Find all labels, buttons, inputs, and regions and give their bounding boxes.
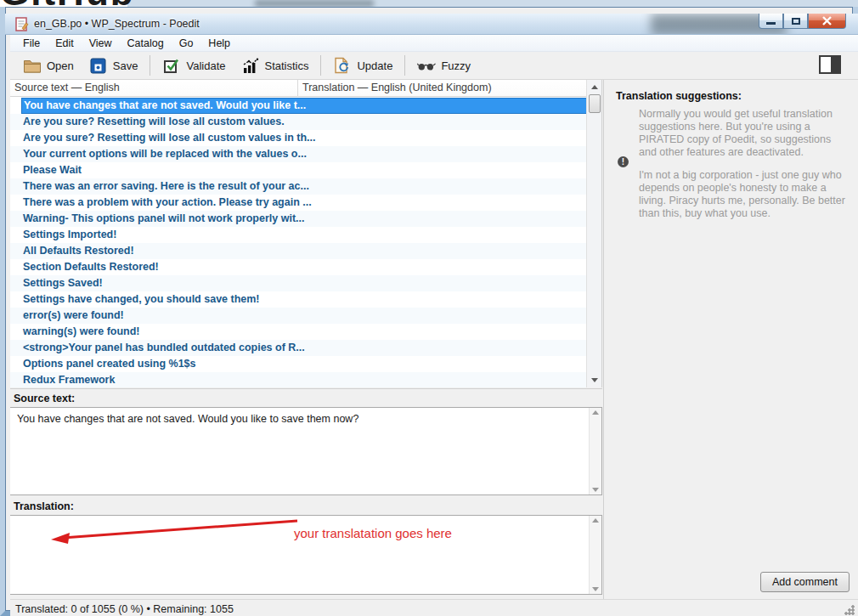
scroll-up-arrow-icon[interactable] [592, 518, 599, 523]
update-button[interactable]: Update [325, 54, 400, 78]
sidebar-toggle-icon [831, 55, 841, 74]
scroll-down-arrow-icon[interactable] [592, 587, 599, 591]
status-bar: Translated: 0 of 1055 (0 %) • Remaining:… [10, 599, 858, 616]
menu-bar: FileEditViewCatalogGoHelp [10, 35, 858, 52]
row-gutter [10, 211, 21, 227]
close-icon [821, 16, 833, 25]
suggestions-sidebar: Translation suggestions: Normally you wo… [603, 80, 858, 599]
source-text-value: You have changes that are not saved. Wou… [17, 413, 584, 425]
row-source-text: Are you sure? Resetting will lose all cu… [21, 114, 587, 130]
menu-item-go[interactable]: Go [172, 36, 201, 51]
row-gutter [10, 243, 21, 259]
poedit-window: en_GB.po • WP_Spectrum - Poedit FileEdit… [0, 7, 858, 616]
scrollbar-thumb[interactable] [589, 94, 601, 113]
suggestions-paragraph: I'm not a big corporation - just one guy… [639, 169, 850, 220]
scroll-down-arrow-icon[interactable] [592, 488, 599, 492]
annotation-text: your translatation goes here [294, 526, 452, 540]
row-gutter [10, 146, 21, 162]
list-body: You have changes that are not saved. Wou… [10, 98, 587, 387]
list-row[interactable]: You have changes that are not saved. Wou… [10, 98, 587, 114]
row-gutter [10, 372, 21, 387]
row-gutter [10, 275, 21, 291]
row-gutter [10, 162, 21, 178]
row-gutter [10, 259, 21, 275]
menu-item-edit[interactable]: Edit [48, 36, 82, 51]
row-gutter [10, 178, 21, 195]
sidebar-toggle-icon [819, 55, 831, 74]
source-scrollbar[interactable] [589, 408, 601, 494]
background-artifact: GitHub [0, 0, 135, 7]
poedit-app-icon [15, 17, 30, 31]
list-row[interactable]: Are you sure? Resetting will lose all cu… [10, 130, 587, 146]
row-source-text: Redux Framework [21, 372, 587, 387]
list-row[interactable]: Options panel created using %1$s [10, 356, 587, 372]
toolbar-separator [404, 55, 405, 76]
row-source-text: Your current options will be replaced wi… [21, 146, 587, 162]
menu-item-help[interactable]: Help [200, 36, 238, 51]
row-source-text: Options panel created using %1$s [21, 356, 587, 372]
sidebar-toggle-button[interactable] [819, 55, 841, 74]
checkmark-icon [162, 58, 181, 74]
add-comment-button[interactable]: Add comment [760, 572, 850, 592]
scroll-up-arrow-icon[interactable] [592, 410, 599, 415]
list-row[interactable]: All Defaults Restored! [10, 243, 587, 259]
list-row[interactable]: <strong>Your panel has bundled outdated … [10, 340, 587, 356]
row-gutter [10, 130, 21, 146]
row-gutter [10, 291, 21, 308]
list-row[interactable]: Settings have changed, you should save t… [10, 291, 587, 308]
validate-button[interactable]: Validate [155, 54, 233, 78]
toolbar-button-label: Open [47, 59, 74, 72]
menu-item-view[interactable]: View [82, 36, 120, 51]
row-source-text: There was an error saving. Here is the r… [21, 178, 587, 195]
list-row[interactable]: There was an error saving. Here is the r… [10, 178, 587, 195]
minimize-icon [766, 22, 776, 25]
list-row[interactable]: error(s) were found! [10, 308, 587, 324]
row-source-text: Warning- This options panel will not wor… [21, 211, 587, 227]
list-row[interactable]: Your current options will be replaced wi… [10, 146, 587, 162]
row-gutter [10, 340, 21, 356]
scroll-down-arrow-icon[interactable] [587, 374, 602, 387]
list-row[interactable]: Settings Imported! [10, 227, 587, 243]
translation-input-box[interactable]: your translatation goes here [10, 515, 602, 595]
close-button[interactable] [808, 14, 846, 29]
save-button[interactable]: Save [82, 54, 146, 78]
source-text-box[interactable]: You have changes that are not saved. Wou… [10, 407, 602, 495]
list-row[interactable]: Warning- This options panel will not wor… [10, 211, 587, 227]
row-source-text: You have changes that are not saved. Wou… [21, 98, 587, 114]
menu-item-catalog[interactable]: Catalog [120, 36, 172, 51]
maximize-button[interactable] [783, 14, 808, 29]
list-row[interactable]: Redux Framework [10, 372, 587, 387]
translation-scrollbar[interactable] [589, 516, 601, 594]
window-title: en_GB.po • WP_Spectrum - Poedit [34, 18, 200, 30]
fuzzy-button[interactable]: Fuzzy [409, 54, 478, 78]
list-header: Source text — English Translation — Engl… [10, 80, 587, 97]
list-row[interactable]: There was a problem with your action. Pl… [10, 195, 587, 211]
column-header-source[interactable]: Source text — English [10, 80, 298, 97]
toolbar-separator [150, 55, 150, 76]
statistics-button[interactable]: Statistics [233, 54, 316, 78]
background-artifact [255, 0, 374, 7]
menu-item-file[interactable]: File [15, 36, 48, 51]
row-source-text: Settings Imported! [21, 227, 587, 243]
bar-chart-icon [240, 58, 259, 74]
row-gutter [10, 98, 21, 114]
row-source-text: Section Defaults Restored! [21, 259, 587, 275]
list-row[interactable]: warning(s) were found! [10, 324, 587, 340]
column-header-translation[interactable]: Translation — English (United Kingdom) [298, 80, 587, 97]
window-controls [759, 14, 846, 29]
title-bar[interactable]: en_GB.po • WP_Spectrum - Poedit [5, 14, 858, 35]
list-row[interactable]: Settings Saved! [10, 275, 587, 291]
list-row[interactable]: Please Wait [10, 162, 587, 178]
list-row[interactable]: Are you sure? Resetting will lose all cu… [10, 114, 587, 130]
resize-grip[interactable] [844, 604, 855, 615]
suggestions-title: Translation suggestions: [616, 90, 742, 102]
toolbar-separator [320, 55, 321, 76]
toolbar-button-label: Validate [186, 59, 225, 72]
list-row[interactable]: Section Defaults Restored! [10, 259, 587, 275]
row-source-text: All Defaults Restored! [21, 243, 587, 259]
minimize-button[interactable] [759, 14, 783, 29]
list-scrollbar[interactable] [586, 80, 601, 387]
open-button[interactable]: Open [15, 54, 82, 78]
scroll-up-arrow-icon[interactable] [587, 81, 602, 93]
maximize-icon [792, 18, 800, 25]
